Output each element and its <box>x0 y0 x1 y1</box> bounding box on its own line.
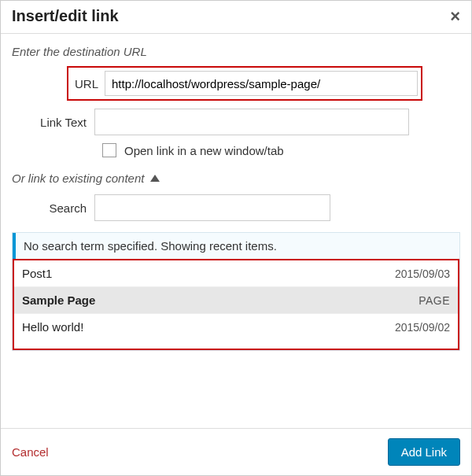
insert-link-dialog: Insert/edit link × Enter the destination… <box>0 0 472 476</box>
linktext-row: Link Text <box>12 109 460 135</box>
newtab-checkbox[interactable] <box>102 143 116 157</box>
list-item[interactable]: Sample Page PAGE <box>14 286 458 313</box>
search-row: Search <box>12 194 460 221</box>
search-label: Search <box>12 201 94 215</box>
dialog-header: Insert/edit link × <box>1 1 471 34</box>
result-meta: PAGE <box>419 294 450 307</box>
existing-section-header[interactable]: Or link to existing content <box>12 172 460 185</box>
url-row: URL <box>12 66 460 101</box>
dialog-body: Enter the destination URL URL Link Text … <box>1 34 471 428</box>
result-meta: 2015/09/03 <box>395 268 450 280</box>
add-link-button[interactable]: Add Link <box>388 438 460 466</box>
dialog-footer: Cancel Add Link <box>1 428 471 475</box>
close-icon[interactable]: × <box>450 8 460 25</box>
result-title: Sample Page <box>22 293 95 307</box>
url-input[interactable] <box>105 71 418 96</box>
dialog-title: Insert/edit link <box>12 7 119 25</box>
newtab-row: Open link in a new window/tab <box>102 143 460 157</box>
results-list: Post1 2015/09/03 Sample Page PAGE Hello … <box>13 259 459 350</box>
results-panel: No search term specified. Showing recent… <box>12 232 460 351</box>
list-item[interactable]: Post1 2015/09/03 <box>14 260 458 286</box>
cancel-button[interactable]: Cancel <box>12 445 49 459</box>
existing-section-label: Or link to existing content <box>12 172 144 185</box>
results-info: No search term specified. Showing recent… <box>13 233 459 259</box>
list-item[interactable]: Hello world! 2015/09/02 <box>14 313 458 340</box>
result-title: Hello world! <box>22 320 83 334</box>
result-meta: 2015/09/02 <box>395 321 450 334</box>
destination-section-label: Enter the destination URL <box>12 45 460 58</box>
search-input[interactable] <box>94 194 330 221</box>
newtab-label: Open link in a new window/tab <box>124 144 284 157</box>
url-label: URL <box>72 77 98 90</box>
result-title: Post1 <box>22 267 52 280</box>
linktext-input[interactable] <box>94 109 409 135</box>
chevron-up-icon <box>150 175 160 182</box>
linktext-label: Link Text <box>12 116 94 129</box>
